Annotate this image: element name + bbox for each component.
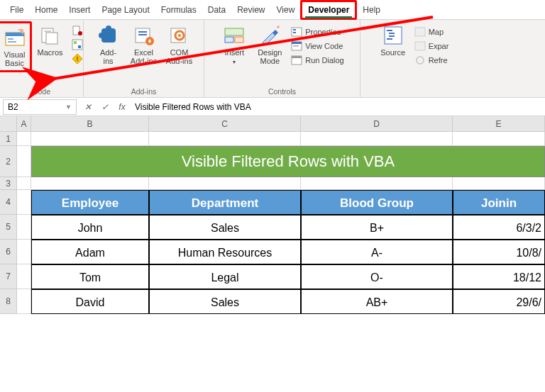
svg-rect-39 (389, 33, 395, 34)
th-department[interactable]: Department (149, 190, 301, 215)
row-header-5[interactable]: 5 (0, 215, 17, 240)
properties-button[interactable]: Properties (288, 26, 346, 38)
svg-rect-4 (8, 41, 16, 43)
table-row[interactable]: Human Resources (149, 240, 301, 264)
table-row[interactable]: Legal (149, 264, 301, 289)
col-header-D[interactable]: D (301, 116, 453, 131)
svg-rect-34 (293, 45, 299, 47)
svg-rect-42 (415, 28, 425, 36)
view-code-button[interactable]: View Code (288, 40, 346, 52)
macros-button[interactable]: Macros (33, 21, 67, 60)
macros-icon (39, 24, 62, 47)
name-box[interactable]: B2 ▼ (3, 99, 77, 115)
svg-rect-38 (387, 30, 392, 31)
col-header-C[interactable]: C (149, 116, 301, 131)
addins-label: Add- ins (100, 48, 116, 65)
expansion-button[interactable]: Expar (412, 40, 452, 52)
tab-home[interactable]: Home (29, 2, 63, 18)
fx-icon[interactable]: fx (114, 102, 131, 112)
row-header-7[interactable]: 7 (0, 264, 17, 289)
svg-rect-6 (46, 33, 57, 44)
visual-basic-button[interactable]: Visual Basic (0, 21, 32, 72)
tab-page-layout[interactable]: Page Layout (96, 2, 155, 18)
svg-rect-25 (225, 28, 243, 35)
table-row[interactable]: 18/12 (453, 264, 545, 289)
row-header-2[interactable]: 2 (0, 146, 17, 177)
row-header-6[interactable]: 6 (0, 240, 17, 264)
tab-view[interactable]: View (271, 2, 301, 18)
excel-addins-button[interactable]: Excel Add-ins (127, 21, 161, 68)
source-button[interactable]: Source (376, 21, 410, 60)
formula-bar-row: B2 ▼ ✕ ✓ fx (0, 98, 545, 116)
table-row[interactable]: 6/3/2 (453, 215, 545, 240)
refresh-button[interactable]: Refre (412, 54, 452, 67)
svg-rect-43 (415, 42, 425, 50)
ribbon: Visual Basic Macros ! Code Add- ins (0, 20, 545, 98)
addins-button[interactable]: Add- ins (92, 21, 126, 68)
record-macro-button[interactable] (69, 24, 86, 37)
run-dialog-button[interactable]: Run Dialog (288, 54, 346, 67)
cancel-fx-icon: ✕ (79, 102, 97, 112)
table-row[interactable]: David (31, 289, 149, 314)
column-headers: A B C D E (0, 116, 545, 132)
relative-ref-button[interactable] (69, 38, 86, 51)
svg-rect-26 (225, 37, 233, 43)
svg-rect-3 (8, 38, 13, 40)
table-row[interactable]: AB+ (301, 289, 453, 314)
svg-rect-36 (292, 56, 302, 58)
com-addins-button[interactable]: COM Add-ins (163, 21, 197, 68)
title-banner[interactable]: Visible Filtered Rows with VBA (31, 146, 545, 177)
table-row[interactable]: A- (301, 240, 453, 264)
col-header-A[interactable]: A (17, 116, 31, 131)
insert-control-button[interactable]: Insert▾ (217, 21, 251, 69)
table-row[interactable]: O- (301, 264, 453, 289)
svg-point-44 (417, 57, 424, 64)
design-mode-button[interactable]: Design Mode (253, 21, 287, 68)
th-employee[interactable]: Employee (31, 190, 149, 215)
addins-group-label: Add-ins (87, 86, 201, 97)
row-header-4[interactable]: 4 (0, 190, 17, 215)
macro-security-button[interactable]: ! (69, 52, 86, 65)
tab-data[interactable]: Data (202, 2, 231, 18)
com-addins-label: COM Add-ins (166, 48, 192, 65)
svg-point-16 (106, 26, 111, 31)
svg-point-24 (178, 34, 181, 37)
table-row[interactable]: Adam (31, 240, 149, 264)
th-joining[interactable]: Joinin (453, 190, 545, 215)
row-header-8[interactable]: 8 (0, 289, 17, 314)
table-row[interactable]: John (31, 215, 149, 240)
tab-file[interactable]: File (4, 2, 29, 18)
formula-input[interactable] (131, 99, 545, 115)
map-button[interactable]: Map (412, 26, 452, 38)
svg-rect-7 (44, 30, 51, 32)
worksheet: 1 2 Visible Filtered Rows with VBA 3 4 E… (0, 132, 545, 314)
tab-help[interactable]: Help (357, 2, 386, 18)
ribbon-tabs: File Home Insert Page Layout Formulas Da… (0, 0, 545, 20)
th-blood-group[interactable]: Blood Group (301, 190, 453, 215)
row-header-3[interactable]: 3 (0, 177, 17, 190)
select-all-corner[interactable] (0, 116, 17, 131)
svg-rect-11 (74, 41, 77, 44)
svg-marker-28 (277, 26, 280, 28)
tab-insert[interactable]: Insert (63, 2, 96, 18)
design-mode-icon (258, 24, 281, 47)
col-header-E[interactable]: E (453, 116, 545, 131)
table-row[interactable]: 10/8/ (453, 240, 545, 264)
table-row[interactable]: Sales (149, 215, 301, 240)
table-row[interactable]: B+ (301, 215, 453, 240)
row-header-1[interactable]: 1 (0, 132, 17, 146)
excel-addins-label: Excel Add-ins (131, 48, 157, 65)
name-box-value: B2 (8, 102, 18, 112)
ribbon-group-controls: Insert▾ Design Mode Properties View Code… (204, 20, 360, 97)
svg-rect-27 (235, 37, 243, 43)
visual-basic-icon (4, 26, 26, 49)
tab-formulas[interactable]: Formulas (155, 2, 202, 18)
tab-review[interactable]: Review (231, 2, 270, 18)
svg-rect-19 (138, 31, 147, 33)
table-row[interactable]: Tom (31, 264, 149, 289)
table-row[interactable]: 29/6/ (453, 289, 545, 314)
col-header-B[interactable]: B (31, 116, 149, 131)
name-box-dropdown-icon[interactable]: ▼ (65, 103, 72, 111)
tab-developer[interactable]: Developer (300, 0, 357, 20)
table-row[interactable]: Sales (149, 289, 301, 314)
